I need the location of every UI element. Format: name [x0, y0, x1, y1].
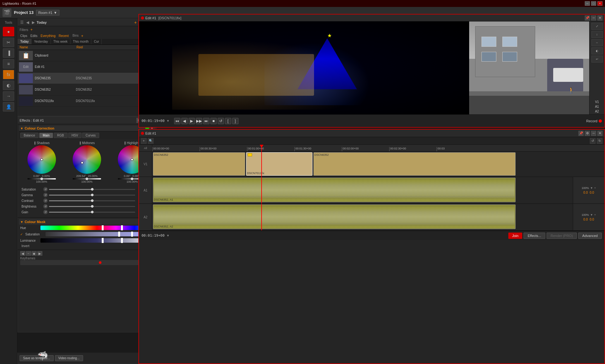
gamma-thumb[interactable]: [91, 194, 94, 196]
saturation-bar[interactable]: [45, 232, 154, 236]
tab-this-week[interactable]: This week: [51, 39, 70, 44]
clip-dscn6352-2[interactable]: DSCN6352: [313, 152, 516, 176]
room-selector[interactable]: Room #1 ▼: [36, 10, 59, 15]
tool-fx[interactable]: fx: [3, 70, 14, 79]
tab-cur[interactable]: Cur: [91, 39, 102, 44]
media-item-clipboard[interactable]: 📋 Clipboard: [18, 50, 139, 61]
clip-a2[interactable]: DSCN6352, A2: [153, 204, 516, 229]
nav-next-btn[interactable]: ▶: [31, 20, 35, 25]
join-btn[interactable]: Join: [508, 233, 522, 239]
cc-expand-icon[interactable]: ▼: [20, 127, 23, 130]
nav-prev-btn[interactable]: ◀: [25, 20, 30, 25]
media-add-btn[interactable]: +: [134, 20, 137, 25]
hue-thumb-2[interactable]: [121, 225, 123, 230]
kf-minus-btn[interactable]: −: [26, 251, 31, 256]
shadows-wheel[interactable]: [27, 145, 56, 174]
media-item-dscn7011fix[interactable]: DSCN7011fix DSCN7011fix: [18, 95, 139, 107]
clip-dscn7011fix[interactable]: DSCN7011fix: [246, 152, 312, 176]
tab-main[interactable]: Main: [39, 133, 53, 138]
keyframes-bar[interactable]: [20, 260, 154, 265]
media-item-edit1[interactable]: Edit Edit #1: [18, 61, 139, 73]
shadows-slider[interactable]: [27, 178, 56, 179]
timeline-pin-btn[interactable]: 📌: [578, 131, 584, 136]
tab-balance[interactable]: Balance: [20, 133, 39, 138]
timeline-settings-btn[interactable]: ⚙: [585, 131, 590, 136]
preview-sb-btn-1[interactable]: ⤢: [591, 23, 603, 30]
tl-redo-btn[interactable]: ↻: [597, 138, 602, 144]
contrast-thumb[interactable]: [91, 199, 94, 202]
highlights-slider-thumb[interactable]: [131, 178, 133, 180]
luminance-thumb-1[interactable]: [102, 238, 104, 243]
ruler-marks-area[interactable]: 00:00:00+00 00:00:30+00 00:01:00+00 00:0…: [152, 145, 604, 151]
contrast-reset-btn[interactable]: ↺: [43, 198, 48, 203]
contrast-track[interactable]: [49, 200, 135, 201]
tl-timecode-arrow[interactable]: ▼: [166, 234, 170, 237]
transport-mark-out[interactable]: ]: [232, 118, 239, 124]
preview-pin-btn[interactable]: 📌: [585, 15, 590, 21]
tab-rgb[interactable]: RGB: [54, 133, 68, 138]
v1-track-content[interactable]: DSCN6352 DSCN7011fix DSCN6352: [152, 152, 604, 177]
brightness-thumb[interactable]: [91, 205, 94, 208]
advanced-btn[interactable]: Advanced: [578, 233, 602, 239]
effects-btn[interactable]: Effects...: [523, 233, 545, 239]
saturation-thumb-2[interactable]: [131, 232, 133, 237]
gain-thumb[interactable]: [91, 211, 94, 213]
transport-loop[interactable]: ↺: [218, 118, 224, 124]
gamma-reset-btn[interactable]: ↺: [43, 193, 48, 197]
luminance-bar[interactable]: [40, 238, 154, 243]
saturation-check[interactable]: ✓: [20, 233, 23, 236]
gain-reset-btn[interactable]: ↺: [43, 210, 48, 214]
saturation-thumb-1[interactable]: [118, 232, 120, 237]
midtones-slider[interactable]: [73, 178, 101, 179]
transport-play[interactable]: ▶: [189, 118, 195, 124]
tl-undo-btn[interactable]: ↺: [590, 138, 596, 144]
tab-today[interactable]: Today: [18, 39, 32, 44]
transport-mark-in[interactable]: [: [225, 118, 231, 124]
transport-next[interactable]: ▶▶: [196, 118, 202, 124]
shadows-slider-thumb[interactable]: [40, 178, 43, 180]
tl-add-btn[interactable]: +: [141, 138, 147, 144]
brightness-track[interactable]: [49, 206, 135, 207]
nav-back-btn[interactable]: ☰: [20, 20, 24, 25]
tool-record[interactable]: ●: [3, 27, 14, 36]
saturation-reset-btn[interactable]: ↺: [43, 187, 48, 191]
preview-sb-btn-2[interactable]: ↕: [591, 31, 603, 38]
maximize-btn[interactable]: □: [591, 1, 596, 6]
close-btn[interactable]: ✕: [597, 1, 602, 6]
luminance-thumb-2[interactable]: [121, 238, 123, 243]
preview-sb-btn-3[interactable]: ↔: [591, 39, 603, 46]
timecode-dropdown[interactable]: ▼: [166, 119, 170, 123]
kf-key-btn[interactable]: ◆: [32, 251, 37, 256]
gain-track[interactable]: [49, 212, 135, 213]
filter-recent[interactable]: Recent: [58, 34, 70, 38]
hue-thumb-1[interactable]: [102, 225, 104, 230]
tool-arrow[interactable]: →: [3, 91, 14, 101]
tab-this-month[interactable]: This month: [70, 39, 91, 44]
transport-prev[interactable]: ◀: [181, 118, 188, 124]
filter-edits[interactable]: Edits: [30, 34, 38, 38]
tool-trim[interactable]: ▐: [3, 48, 14, 58]
a1-track-content[interactable]: DSCN6352, A1: [152, 177, 604, 203]
saturation-track[interactable]: [49, 189, 135, 190]
tl-zoom-btn[interactable]: 🔍: [148, 138, 154, 144]
tool-edit[interactable]: ✂: [3, 38, 14, 47]
kf-next-btn[interactable]: ▶: [37, 251, 42, 256]
clip-dscn6352-1[interactable]: DSCN6352: [153, 152, 245, 176]
filter-everything[interactable]: Everything: [40, 34, 56, 38]
brightness-reset-btn[interactable]: ↺: [43, 204, 48, 209]
tool-user[interactable]: 👤: [3, 102, 14, 112]
transport-first[interactable]: ⏮: [174, 118, 180, 124]
record-indicator[interactable]: [599, 119, 602, 123]
midtones-slider-thumb[interactable]: [86, 178, 88, 180]
clip-a1[interactable]: DSCN6352, A1: [153, 178, 516, 202]
bins-add-btn[interactable]: +: [81, 34, 83, 38]
tab-hsv[interactable]: HSV: [68, 133, 82, 138]
save-template-btn[interactable]: Save as template...: [20, 355, 54, 361]
hue-bar[interactable]: [40, 226, 154, 230]
a2-track-content[interactable]: DSCN6352, A2: [152, 204, 604, 230]
cm-expand-icon[interactable]: ▼: [20, 220, 23, 224]
tab-curves[interactable]: Curves: [82, 133, 99, 138]
transport-stop[interactable]: ■: [210, 118, 217, 124]
timeline-close-btn[interactable]: ✕: [597, 131, 602, 136]
render-btn[interactable]: Render (PRO): [547, 233, 577, 239]
